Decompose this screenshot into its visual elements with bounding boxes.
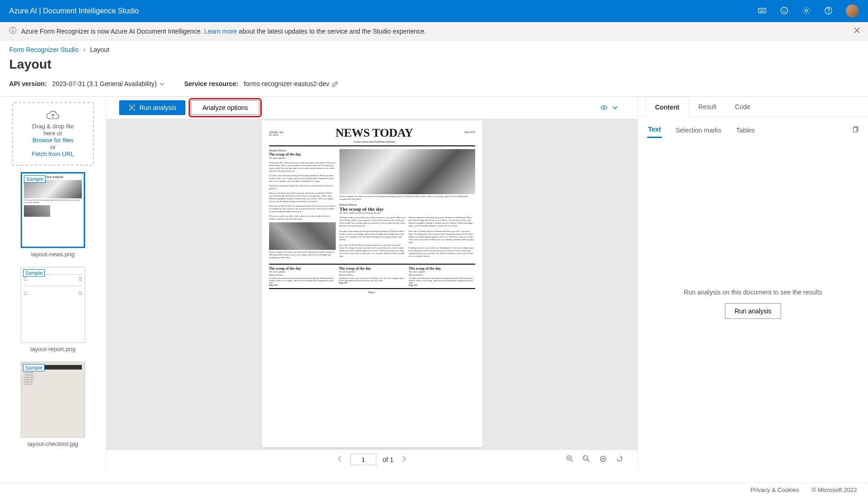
chevron-down-icon xyxy=(611,104,619,112)
info-icon xyxy=(9,27,17,35)
thumb-news[interactable]: Sample NEWS TODAYThe scoop of the day. L… xyxy=(12,172,94,260)
results-body: Run analysis on this document to see the… xyxy=(638,138,868,469)
content-subtabs: Text Selection marks Tables xyxy=(638,117,868,138)
drop-zone[interactable]: Drag & drop file here or Browse for file… xyxy=(12,102,94,166)
tab-code[interactable]: Code xyxy=(726,97,759,117)
file-panel: Drag & drop file here or Browse for file… xyxy=(0,97,106,469)
api-version-selector[interactable]: API version: 2023-07-31 (3.1 General Ava… xyxy=(9,80,166,88)
view-toggle[interactable] xyxy=(600,104,619,112)
svg-rect-25 xyxy=(132,106,133,109)
eye-icon xyxy=(600,104,608,112)
page-input[interactable] xyxy=(351,454,376,465)
scan-icon xyxy=(128,104,136,111)
svg-rect-4 xyxy=(764,9,765,10)
svg-rect-5 xyxy=(760,11,764,12)
tab-result[interactable]: Result xyxy=(689,97,726,117)
thumb-label: layout-news.png xyxy=(12,248,94,260)
subtab-tables[interactable]: Tables xyxy=(735,123,755,138)
svg-rect-3 xyxy=(763,9,764,10)
svg-rect-18 xyxy=(134,105,135,107)
breadcrumb-current: Layout xyxy=(90,46,109,53)
page-title: Layout xyxy=(0,55,868,80)
thumb-report[interactable]: Sample Report header lineItem000Item000I… xyxy=(12,267,94,355)
svg-point-9 xyxy=(805,9,808,12)
document-page: Tuesday, Sep 20, 2021 NEWS TODAYLatest n… xyxy=(262,121,483,447)
svg-rect-0 xyxy=(759,8,766,13)
breadcrumb-parent[interactable]: Form Recognizer Studio xyxy=(9,46,79,53)
svg-rect-1 xyxy=(759,9,760,10)
subtab-marks[interactable]: Selection marks xyxy=(675,123,723,138)
svg-point-8 xyxy=(785,9,786,10)
svg-point-26 xyxy=(603,107,605,109)
notice-banner: Azure Form Recognizer is now Azure AI Do… xyxy=(0,22,868,40)
empty-message: Run analysis on this document to see the… xyxy=(684,289,822,296)
zoom-in-icon[interactable] xyxy=(566,455,574,464)
svg-point-14 xyxy=(12,29,13,29)
fetch-url-link[interactable]: Fetch from URL xyxy=(17,150,89,157)
fit-icon[interactable] xyxy=(599,455,607,464)
run-analysis-button[interactable]: Run analysis xyxy=(119,100,185,115)
document-viewer[interactable]: Tuesday, Sep 20, 2021 NEWS TODAYLatest n… xyxy=(106,119,638,450)
tab-content[interactable]: Content xyxy=(645,97,689,117)
config-bar: API version: 2023-07-31 (3.1 General Ava… xyxy=(0,80,868,96)
chevron-right-icon: › xyxy=(83,46,86,53)
notice-text: Azure Form Recognizer is now Azure AI Do… xyxy=(21,28,426,35)
svg-rect-24 xyxy=(132,106,132,109)
keyboard-icon[interactable] xyxy=(758,6,767,17)
svg-rect-13 xyxy=(12,30,13,32)
svg-rect-2 xyxy=(761,9,762,10)
run-analysis-button-secondary[interactable]: Run analysis xyxy=(725,303,781,319)
browse-link[interactable]: Browse for files xyxy=(17,137,89,144)
thumb-label: layout-report.png xyxy=(12,343,94,355)
rotate-icon[interactable] xyxy=(615,455,624,464)
breadcrumb: Form Recognizer Studio › Layout xyxy=(0,40,868,55)
edit-icon[interactable] xyxy=(331,80,339,87)
page-count: of 1 xyxy=(383,456,393,463)
learn-more-link[interactable]: Learn more xyxy=(204,28,237,35)
zoom-out-icon[interactable] xyxy=(582,455,591,464)
svg-rect-20 xyxy=(129,109,130,110)
app-title: Azure AI | Document Intelligence Studio xyxy=(9,7,139,15)
user-avatar[interactable] xyxy=(846,5,859,17)
close-icon[interactable] xyxy=(853,27,861,35)
cloud-upload-icon xyxy=(46,110,60,121)
svg-rect-23 xyxy=(131,106,131,109)
analysis-toolbar: Run analysis Analyze options xyxy=(106,97,638,119)
next-page-button[interactable] xyxy=(400,455,408,464)
svg-rect-22 xyxy=(134,109,135,110)
results-panel: Content Result Code Text Selection marks… xyxy=(638,97,868,469)
viewer-footer: of 1 xyxy=(106,450,638,469)
service-resource: Service resource: forms-recognizer-eastu… xyxy=(184,80,338,88)
svg-point-7 xyxy=(783,9,784,10)
analyze-options-button[interactable]: Analyze options xyxy=(191,100,259,115)
result-tabs: Content Result Code xyxy=(638,97,868,117)
subtab-text[interactable]: Text xyxy=(647,122,662,138)
svg-point-6 xyxy=(781,7,788,14)
thumb-checklist[interactable]: Sample Checklist☐ item one☐ item two☐ it… xyxy=(12,362,94,450)
copy-icon[interactable] xyxy=(851,126,859,134)
gear-icon[interactable] xyxy=(802,6,811,17)
help-icon[interactable] xyxy=(824,6,833,17)
svg-point-11 xyxy=(828,12,829,13)
thumb-label: layout-checklist.jpg xyxy=(12,438,94,450)
header-actions xyxy=(758,5,859,17)
smile-icon[interactable] xyxy=(780,6,789,17)
prev-page-button[interactable] xyxy=(336,455,344,464)
svg-rect-30 xyxy=(853,127,857,132)
document-viewer-panel: Run analysis Analyze options Tuesday, Se… xyxy=(106,97,638,469)
svg-rect-16 xyxy=(129,105,130,107)
app-header: Azure AI | Document Intelligence Studio xyxy=(0,0,868,22)
